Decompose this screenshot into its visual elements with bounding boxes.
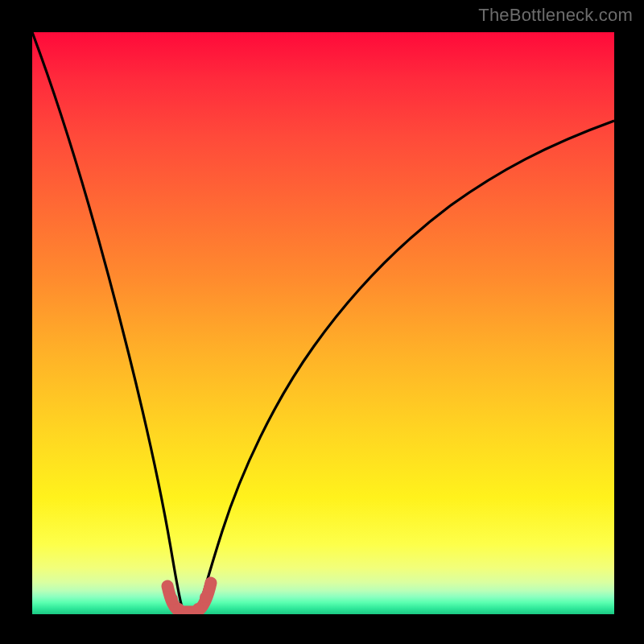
svg-point-0 — [162, 580, 173, 592]
svg-point-4 — [192, 603, 204, 614]
watermark-text: TheBottleneck.com — [478, 5, 633, 26]
svg-point-2 — [173, 603, 184, 614]
svg-point-1 — [167, 593, 178, 605]
chart-frame: TheBottleneck.com — [0, 0, 644, 644]
bottleneck-curve-path — [32, 32, 614, 612]
plot-area — [32, 32, 614, 614]
svg-point-5 — [200, 592, 211, 603]
svg-point-6 — [205, 577, 217, 588]
line-chart-svg — [32, 32, 614, 614]
